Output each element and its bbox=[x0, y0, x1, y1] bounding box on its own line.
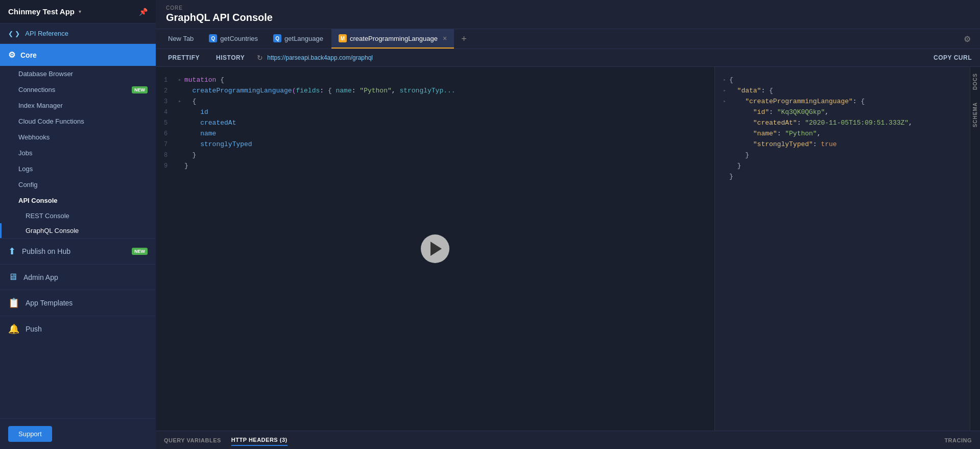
app-title-row[interactable]: Chinmey Test App ▾ bbox=[8, 7, 81, 16]
result-panel: ▸ { ▸ "data": { ▸ "createProgrammingLang… bbox=[714, 67, 970, 431]
app-templates-icon: 📋 bbox=[8, 297, 19, 309]
result-line-4: "id": "Kq3QK0QGkp", bbox=[715, 107, 970, 118]
result-line-6: "name": "Python", bbox=[715, 129, 970, 139]
code-line-5: 5 createdAt bbox=[156, 118, 714, 129]
query-editor[interactable]: 1 ▸ mutation { 2 createProgrammingLangua… bbox=[156, 67, 714, 431]
push-label: Push bbox=[26, 325, 42, 333]
http-headers-tab[interactable]: HTTP HEADERS (3) bbox=[231, 435, 288, 446]
page-title: GraphQL API Console bbox=[166, 12, 970, 23]
sidebar-item-index-manager[interactable]: Index Manager bbox=[0, 98, 156, 113]
sidebar-item-database-browser[interactable]: Database Browser bbox=[0, 66, 156, 82]
code-line-3: 3 ▸ { bbox=[156, 97, 714, 107]
publish-hub-icon: ⬆ bbox=[8, 246, 16, 257]
sidebar-item-logs[interactable]: Logs bbox=[0, 161, 156, 177]
push-icon: 🔔 bbox=[8, 323, 19, 335]
sidebar-subitem-rest-console[interactable]: REST Console bbox=[0, 208, 156, 223]
sidebar-subitem-graphql-console[interactable]: GraphQL Console bbox=[0, 223, 156, 238]
bottom-bar: QUERY VARIABLES HTTP HEADERS (3) TRACING bbox=[156, 431, 980, 449]
sidebar-footer: Support bbox=[0, 418, 156, 449]
schema-label[interactable]: SCHEMA bbox=[972, 96, 978, 133]
docs-label[interactable]: DOCS bbox=[972, 67, 978, 96]
api-reference-label: API Reference bbox=[25, 30, 68, 37]
history-button[interactable]: HISTORY bbox=[212, 52, 249, 63]
publish-hub-new-badge: NEW bbox=[132, 248, 148, 255]
tracing-label[interactable]: TRACING bbox=[944, 437, 972, 443]
tab-get-countries[interactable]: Q getCountries bbox=[202, 29, 265, 49]
chevron-icon: ❮ ❯ bbox=[8, 30, 20, 37]
tabs-bar: New Tab Q getCountries Q getLanguage M c… bbox=[156, 29, 980, 49]
api-url: https://parseapi.back4app.com/graphql bbox=[267, 54, 373, 61]
core-section-label: Core bbox=[20, 51, 37, 59]
sidebar-section-header-core[interactable]: ⚙ Core bbox=[0, 44, 156, 66]
admin-app-label: Admin App bbox=[23, 273, 58, 281]
play-triangle-icon bbox=[431, 242, 442, 256]
sidebar-item-webhooks[interactable]: Webhooks bbox=[0, 129, 156, 145]
result-line-9: } bbox=[715, 161, 970, 172]
code-line-9: 9 } bbox=[156, 161, 714, 172]
add-tab-button[interactable]: + bbox=[455, 30, 473, 49]
result-line-5: "createdAt": "2020-11-05T15:09:51.333Z", bbox=[715, 118, 970, 129]
code-line-7: 7 stronglyTyped bbox=[156, 139, 714, 150]
code-line-1: 1 ▸ mutation { bbox=[156, 75, 714, 86]
sidebar-item-jobs[interactable]: Jobs bbox=[0, 145, 156, 161]
code-line-4: 4 id bbox=[156, 107, 714, 118]
code-line-2: 2 createProgrammingLanguage(fields: { na… bbox=[156, 86, 714, 97]
refresh-icon[interactable]: ↻ bbox=[257, 54, 263, 62]
app-title: Chinmey Test App bbox=[8, 7, 75, 16]
tab-get-language[interactable]: Q getLanguage bbox=[266, 29, 330, 49]
result-line-7: "stronglyTyped": true bbox=[715, 139, 970, 150]
tab-get-countries-label: getCountries bbox=[220, 35, 258, 42]
tabs-settings-icon[interactable]: ⚙ bbox=[960, 30, 975, 48]
main-content: CORE GraphQL API Console New Tab Q getCo… bbox=[156, 0, 980, 449]
sidebar-item-api-console[interactable]: API Console bbox=[0, 193, 156, 208]
new-tab-label: New Tab bbox=[168, 35, 194, 42]
tab-icon-get-countries: Q bbox=[209, 34, 217, 42]
tab-icon-create-programming-language: M bbox=[339, 34, 347, 42]
code-line-8: 8 } bbox=[156, 150, 714, 161]
query-variables-tab[interactable]: QUERY VARIABLES bbox=[164, 435, 221, 445]
result-line-8: } bbox=[715, 150, 970, 161]
app-templates-label: App Templates bbox=[26, 299, 73, 307]
code-line-6: 6 name bbox=[156, 129, 714, 139]
sidebar-item-cloud-code-functions[interactable]: Cloud Code Functions bbox=[0, 113, 156, 129]
connections-new-badge: NEW bbox=[132, 86, 148, 93]
main-header: CORE GraphQL API Console bbox=[156, 0, 980, 29]
chevron-down-icon: ▾ bbox=[79, 9, 81, 14]
sidebar-item-connections[interactable]: Connections NEW bbox=[0, 82, 156, 98]
tab-create-programming-language[interactable]: M createProgrammingLanguage × bbox=[331, 29, 454, 49]
pin-icon[interactable]: 📌 bbox=[139, 8, 148, 16]
core-section-icon: ⚙ bbox=[8, 50, 15, 60]
right-sidebar: DOCS SCHEMA bbox=[970, 67, 980, 431]
sidebar-item-api-reference[interactable]: ❮ ❯ API Reference bbox=[0, 23, 156, 44]
tab-get-language-label: getLanguage bbox=[284, 35, 323, 42]
sidebar-item-config[interactable]: Config bbox=[0, 177, 156, 193]
editor-toolbar: PRETTIFY HISTORY ↻ https://parseapi.back… bbox=[156, 49, 980, 67]
sidebar-item-admin-app[interactable]: 🖥 Admin App bbox=[0, 264, 156, 290]
prettify-button[interactable]: PRETTIFY bbox=[164, 52, 204, 63]
result-line-3: ▸ "createProgrammingLanguage": { bbox=[715, 97, 970, 107]
support-button[interactable]: Support bbox=[8, 426, 52, 442]
sidebar-item-push[interactable]: 🔔 Push bbox=[0, 316, 156, 342]
result-line-1: ▸ { bbox=[715, 75, 970, 86]
result-line-10: } bbox=[715, 172, 970, 182]
admin-app-icon: 🖥 bbox=[8, 272, 17, 282]
sidebar-item-publish-hub[interactable]: ⬆ Publish on Hub NEW bbox=[0, 238, 156, 264]
tab-create-programming-language-label: createProgrammingLanguage bbox=[350, 35, 438, 42]
copy-curl-button[interactable]: COPY CURL bbox=[934, 54, 972, 61]
sidebar: Chinmey Test App ▾ 📌 ❮ ❯ API Reference ⚙… bbox=[0, 0, 156, 449]
url-bar: ↻ https://parseapi.back4app.com/graphql bbox=[257, 54, 925, 62]
run-query-button[interactable] bbox=[421, 234, 449, 263]
sidebar-header: Chinmey Test App ▾ 📌 bbox=[0, 0, 156, 23]
sidebar-item-app-templates[interactable]: 📋 App Templates bbox=[0, 290, 156, 316]
editor-area: 1 ▸ mutation { 2 createProgrammingLangua… bbox=[156, 67, 980, 431]
tab-close-icon[interactable]: × bbox=[443, 34, 447, 42]
tab-icon-get-language: Q bbox=[273, 34, 281, 42]
breadcrumb: CORE bbox=[166, 5, 970, 11]
result-line-2: ▸ "data": { bbox=[715, 86, 970, 97]
sidebar-section-core: ⚙ Core Database Browser Connections NEW … bbox=[0, 44, 156, 238]
tab-new-tab[interactable]: New Tab bbox=[161, 30, 201, 49]
publish-hub-label: Publish on Hub bbox=[22, 247, 126, 255]
